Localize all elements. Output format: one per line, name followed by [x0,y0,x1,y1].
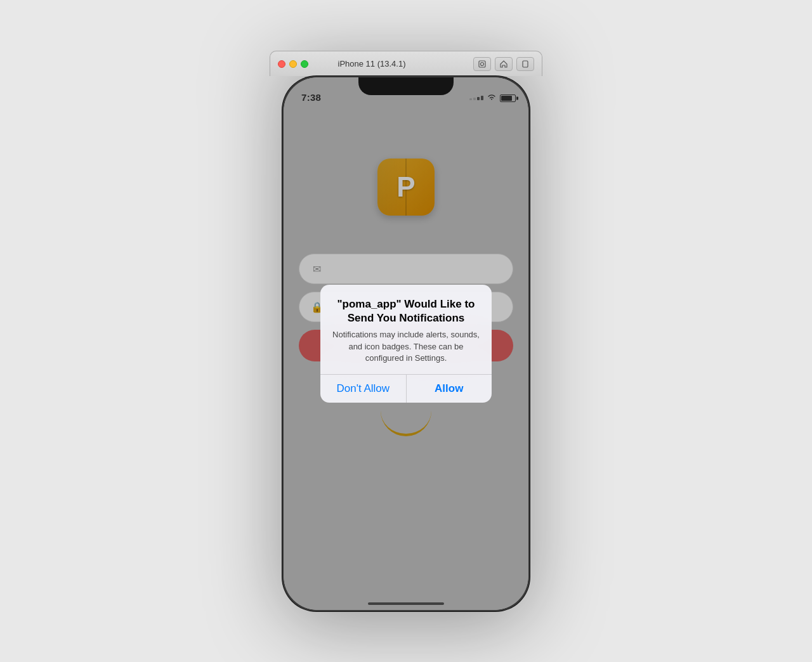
screen: 7:38 [284,77,528,610]
svg-rect-0 [479,61,485,67]
rotate-button[interactable] [516,57,534,71]
alert-overlay: "poma_app" Would Like to Send You Notifi… [284,77,528,610]
dont-allow-button[interactable]: Don't Allow [320,375,406,403]
alert-title: "poma_app" Would Like to Send You Notifi… [331,297,481,325]
allow-button[interactable]: Allow [407,375,492,403]
phone-frame: 7:38 [282,76,530,611]
title-bar-icons [473,57,534,71]
alert-message: Notifications may include alerts, sounds… [331,329,481,364]
title-bar: iPhone 11 (13.4.1) [270,51,542,76]
simulator-title: iPhone 11 (13.4.1) [275,59,468,68]
screenshot-button[interactable] [473,57,491,71]
alert-buttons: Don't Allow Allow [320,375,492,403]
alert-box: "poma_app" Would Like to Send You Notifi… [320,285,492,403]
alert-content: "poma_app" Would Like to Send You Notifi… [320,285,492,374]
simulator-wrapper: iPhone 11 (13.4.1) [270,51,542,611]
home-button[interactable] [495,57,513,71]
svg-rect-2 [523,61,528,67]
svg-point-1 [481,62,484,65]
